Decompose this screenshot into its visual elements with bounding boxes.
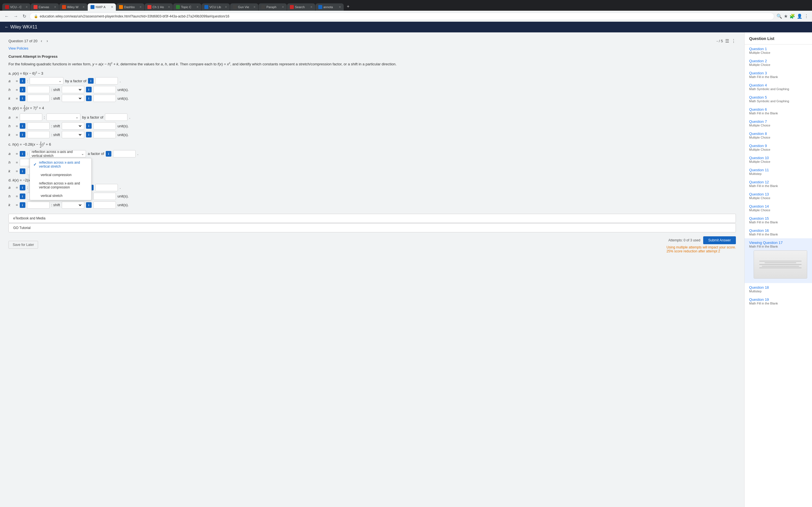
tab-close-icon[interactable]: ×: [54, 5, 56, 9]
new-tab-button[interactable]: +: [344, 2, 352, 11]
tab-close-icon[interactable]: ×: [111, 5, 113, 9]
part-b-dropdown[interactable]: ⌄: [47, 114, 80, 121]
part-b-k-input[interactable]: [27, 131, 50, 138]
part-d-k-shift-info[interactable]: i: [86, 202, 92, 208]
part-d-a-info-button[interactable]: i: [20, 185, 26, 190]
tab-nwp-active[interactable]: NWP A ×: [88, 3, 116, 11]
tab-dashb[interactable]: Dashbo ×: [116, 3, 144, 11]
dropdown-option-1[interactable]: ✓ reflection across x-axis and vertical …: [30, 158, 91, 171]
sidebar-item-9[interactable]: Question 9 Multiple Choice: [745, 142, 812, 154]
part-a-factor-input[interactable]: [95, 77, 118, 84]
prev-question-button[interactable]: ‹: [40, 38, 43, 44]
tab-close-icon[interactable]: ×: [253, 5, 255, 9]
part-a-k-direction-select[interactable]: up down: [64, 96, 82, 101]
part-b-h-units[interactable]: [93, 122, 116, 129]
tab-close-icon[interactable]: ×: [339, 5, 341, 9]
save-later-button[interactable]: Save for Later: [8, 241, 38, 249]
sidebar-item-16[interactable]: Question 16 Math Fill in the Blank: [745, 226, 812, 238]
sidebar-item-11[interactable]: Question 11 Multistep: [745, 166, 812, 178]
part-a-a-info-button[interactable]: i: [20, 78, 26, 83]
next-question-button[interactable]: ›: [45, 38, 49, 44]
dropdown-option-4[interactable]: vertical stretch: [30, 191, 91, 200]
sidebar-item-8[interactable]: Question 8 Multiple Choice: [745, 129, 812, 142]
menu-icon[interactable]: ⋮: [804, 13, 809, 19]
profile-icon[interactable]: 👤: [797, 13, 802, 19]
reload-button[interactable]: ↻: [21, 12, 28, 20]
tab-paraph[interactable]: Paraph ×: [259, 3, 287, 11]
tab-gunvie[interactable]: Gun Vie ×: [230, 3, 258, 11]
back-button[interactable]: ←: [3, 13, 10, 20]
part-b-k-units[interactable]: [93, 131, 116, 138]
part-a-h-direction-select[interactable]: left right: [64, 87, 82, 92]
dropdown-option-3[interactable]: reflection across x-axis and vertical co…: [30, 179, 91, 191]
tab-ch1ho[interactable]: Ch 1 Ho ×: [145, 3, 173, 11]
tab-annot[interactable]: annota ×: [315, 3, 344, 11]
sidebar-item-19[interactable]: Question 19 Math Fill in the Blank: [745, 295, 812, 307]
part-a-h-shift-info[interactable]: i: [86, 87, 92, 93]
sidebar-item-17[interactable]: Viewing Question 17 Math Fill in the Bla…: [745, 238, 812, 283]
part-a-k-info-button[interactable]: i: [20, 96, 26, 101]
tab-canvas[interactable]: Canvas ×: [31, 3, 59, 11]
tab-wiley[interactable]: Wiley W ×: [59, 3, 87, 11]
etextbook-button[interactable]: eTextbook and Media: [8, 214, 736, 223]
sidebar-item-14[interactable]: Question 14 Multiple Choice: [745, 202, 812, 214]
part-a-k-units[interactable]: [93, 95, 116, 102]
tab-close-icon[interactable]: ×: [225, 5, 227, 9]
part-b-k-direction-select[interactable]: up down: [64, 132, 82, 137]
part-b-a-input[interactable]: [20, 114, 42, 121]
part-b-k-info-button[interactable]: i: [20, 132, 26, 137]
tab-close-icon[interactable]: ×: [168, 5, 170, 9]
sidebar-item-6[interactable]: Question 6 Math Fill in the Blank: [745, 105, 812, 117]
part-d-factor-input[interactable]: [95, 184, 118, 191]
part-c-k-info-button[interactable]: i: [20, 168, 26, 174]
sidebar-item-13[interactable]: Question 13 Multiple Choice: [745, 190, 812, 202]
part-a-k-direction[interactable]: up down: [62, 95, 84, 102]
sidebar-item-10[interactable]: Question 10 Multiple Choice: [745, 154, 812, 166]
sidebar-item-4[interactable]: Question 4 Math Symbolic and Graphing: [745, 81, 812, 93]
view-policies-link[interactable]: View Policies: [8, 47, 736, 50]
dropdown-option-2[interactable]: vertical compression: [30, 171, 91, 179]
tab-close-icon[interactable]: ×: [197, 5, 199, 9]
part-b-k-shift-info[interactable]: i: [86, 132, 92, 137]
sidebar-item-1[interactable]: Question 1 Multiple Choice: [745, 45, 812, 57]
part-a-h-units[interactable]: [93, 86, 116, 93]
part-d-h-info-button[interactable]: i: [20, 193, 26, 199]
part-a-k-input[interactable]: [27, 95, 50, 102]
sidebar-item-7[interactable]: Question 7 Multiple Choice: [745, 117, 812, 129]
tab-close-icon[interactable]: ×: [140, 5, 142, 9]
back-to-wiley-button[interactable]: ← Wiley WK#11: [4, 24, 37, 30]
part-b-factor-input[interactable]: [105, 114, 128, 121]
search-icon[interactable]: 🔍: [776, 13, 782, 19]
sidebar-item-5[interactable]: Question 5 Math Symbolic and Graphing: [745, 93, 812, 105]
part-d-k-input[interactable]: [27, 202, 50, 209]
part-b-h-direction-select[interactable]: left right: [64, 124, 82, 128]
part-c-factor-input[interactable]: [113, 150, 136, 158]
part-b-h-input[interactable]: [27, 122, 50, 129]
go-tutorial-button[interactable]: GO Tutorial: [8, 223, 736, 232]
part-d-k-info-button[interactable]: i: [20, 202, 26, 208]
extension-icon[interactable]: 🧩: [790, 13, 795, 19]
part-a-dropdown[interactable]: ⌄: [30, 77, 63, 84]
part-b-k-direction[interactable]: up down: [62, 131, 84, 138]
tab-vculib[interactable]: VCU Lib ×: [202, 3, 230, 11]
part-a-h-input[interactable]: [27, 86, 50, 93]
bookmark-icon[interactable]: ★: [784, 13, 788, 19]
sidebar-item-18[interactable]: Question 18 Multistep: [745, 283, 812, 295]
part-a-h-direction[interactable]: left right: [62, 86, 84, 93]
forward-button[interactable]: →: [12, 13, 19, 20]
tab-search[interactable]: Search ×: [287, 3, 315, 11]
more-options-button[interactable]: ⋮: [731, 38, 736, 44]
part-c-factor-info-button[interactable]: i: [106, 151, 111, 157]
list-view-button[interactable]: ☰: [725, 38, 729, 44]
url-bar[interactable]: 🔒 education.wiley.com/was/ui/v2/assessme…: [30, 13, 774, 20]
tab-close-icon[interactable]: ×: [310, 5, 312, 9]
sidebar-item-12[interactable]: Question 12 Math Fill in the Blank: [745, 178, 812, 190]
tab-vcu[interactable]: VCU - C ×: [2, 3, 31, 11]
sidebar-item-3[interactable]: Question 3 Math Fill in the Blank: [745, 69, 812, 81]
sidebar-item-2[interactable]: Question 2 Multiple Choice: [745, 57, 812, 69]
tab-close-icon[interactable]: ×: [83, 5, 85, 9]
part-a-k-shift-info[interactable]: i: [86, 96, 92, 101]
part-a-factor-info-button[interactable]: i: [88, 78, 94, 83]
tab-close-icon[interactable]: ×: [282, 5, 284, 9]
sidebar-item-15[interactable]: Question 15 Math Fill in the Blank: [745, 214, 812, 226]
